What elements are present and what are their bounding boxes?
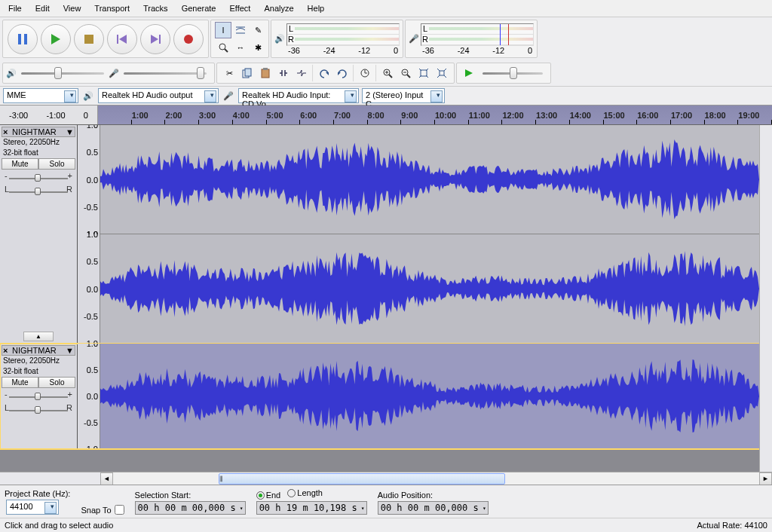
record-button[interactable] [173,24,204,54]
track-collapse-button[interactable]: ▲ [23,332,54,341]
audio-position-field[interactable]: 00 h 00 m 00,000 s [378,501,489,515]
svg-marker-16 [338,72,341,75]
track-waveform-area[interactable]: 1.00.50.0-0.5-1.01.00.50.0-0.5-1.0 [78,125,759,343]
mute-button[interactable]: Mute [2,377,38,388]
fit-project-button[interactable] [433,65,450,81]
menu-help[interactable]: Help [301,2,332,15]
timeline-tick: 14:00 [570,105,591,124]
status-rate: Actual Rate: 44100 [697,521,767,530]
silence-button[interactable] [293,65,310,81]
track-close-button[interactable]: × [3,127,12,136]
zoom-out-button[interactable] [397,65,414,81]
track-gain-slider[interactable]: -+ [5,391,72,402]
pause-button[interactable] [8,24,38,54]
output-meter-scale: -36-24-120 [286,46,400,55]
timeline-tick: 19:00 [738,105,759,124]
snap-to-checkbox[interactable] [115,505,124,515]
svg-rect-3 [84,35,93,44]
solo-button[interactable]: Solo [38,158,75,170]
status-hint: Click and drag to select audio [5,521,113,530]
menu-file[interactable]: File [2,2,29,15]
separator [353,65,354,81]
skip-end-button[interactable] [140,24,170,54]
undo-button[interactable] [316,65,332,81]
scroll-thumb[interactable]: ⦀ [219,473,505,485]
svg-rect-14 [263,68,268,70]
track-waveform-area[interactable]: 1.00.50.0-0.5-1.0 [78,344,759,448]
tools-toolbar: I ✎ ↔ ✱ [210,20,269,58]
input-channels-combo[interactable]: 2 (Stereo) Input C [362,88,445,103]
vertical-scrollbar[interactable] [759,125,772,472]
menu-generate[interactable]: Generate [175,2,223,15]
svg-rect-0 [18,34,21,44]
mute-button[interactable]: Mute [2,158,38,170]
menu-tracks[interactable]: Tracks [136,2,175,15]
timeline-tick: 17:00 [671,105,692,124]
track-name[interactable]: NIGHTMAR [12,346,66,355]
svg-line-26 [407,75,410,78]
waveform[interactable] [100,234,759,343]
timeline-tick: 5:00 [267,105,283,124]
scroll-right-button[interactable]: ► [759,472,772,485]
speaker-icon: 🔊 [6,69,17,78]
play-at-speed-button[interactable] [461,65,477,81]
project-rate-combo[interactable]: 44100 [6,500,59,515]
solo-button[interactable]: Solo [38,377,75,388]
copy-button[interactable] [239,65,256,81]
output-device-combo[interactable]: Realtek HD Audio output [98,88,219,103]
waveform[interactable] [100,125,759,234]
trim-button[interactable] [275,65,292,81]
selection-tool[interactable]: I [215,22,231,38]
tracks-area: ×NIGHTMAR▼Stereo, 22050Hz32-bit floatMut… [0,125,772,485]
scroll-left-button[interactable]: ◄ [100,472,113,485]
track-pan-slider[interactable]: LR [5,405,72,415]
draw-tool[interactable]: ✎ [250,22,266,38]
selection-start-field[interactable]: 00 h 00 m 00,000 s [135,501,246,515]
end-radio[interactable]: End [256,491,281,500]
zoom-tool[interactable] [215,39,231,56]
multi-tool[interactable]: ✱ [250,39,266,56]
timeline-ruler[interactable]: -3:00-1:000 1:002:003:004:005:006:007:00… [0,105,772,125]
length-radio[interactable]: Length [287,488,323,497]
selection-end-field[interactable]: 00 h 19 m 10,198 s [256,501,367,515]
svg-marker-2 [51,34,60,44]
waveform[interactable] [100,344,759,448]
selection-start-label: Selection Start: [135,491,246,500]
track-control-panel: ×NIGHTMAR▼Stereo, 22050Hz32-bit floatMut… [0,125,78,343]
horizontal-scrollbar[interactable]: ◄ ⦀ ► [0,472,772,485]
menu-transport[interactable]: Transport [87,2,136,15]
paste-button[interactable] [257,65,274,81]
track-name[interactable]: NIGHTMAR [12,127,66,136]
scroll-track[interactable]: ⦀ [113,472,759,485]
track-pan-slider[interactable]: LR [5,186,72,197]
track-menu-button[interactable]: ▼ [66,346,74,355]
output-meter-group: 🔊 L R -36-24-120 [271,20,403,58]
snap-to-label: Snap To [81,506,111,515]
track-gain-slider[interactable]: -+ [5,173,72,183]
menu-analyze[interactable]: Analyze [257,2,300,15]
stop-button[interactable] [74,24,104,54]
track-menu-button[interactable]: ▼ [66,127,74,136]
zoom-in-button[interactable] [379,65,396,81]
input-device-icon: 🎤 [223,91,234,101]
play-button[interactable] [41,24,71,54]
timeshift-tool[interactable]: ↔ [232,39,249,56]
toolbar-row-2: 🔊 🎤 ✂ [0,60,772,86]
menu-view[interactable]: View [57,2,88,15]
audio-host-combo[interactable]: MME [3,88,78,103]
sync-lock-button[interactable] [357,65,373,81]
cut-button[interactable]: ✂ [221,65,237,81]
menu-edit[interactable]: Edit [29,2,57,15]
playback-speed-slider[interactable] [482,72,543,75]
fit-selection-button[interactable] [415,65,432,81]
input-device-combo[interactable]: Realtek HD Audio Input: CD Vo [238,88,359,103]
track-close-button[interactable]: × [3,346,12,355]
menu-effect[interactable]: Effect [223,2,258,15]
output-volume-slider[interactable] [21,72,104,75]
envelope-tool[interactable] [232,22,249,38]
input-volume-slider[interactable] [124,72,207,75]
input-meter[interactable]: L R [421,23,534,46]
skip-start-button[interactable] [107,24,137,54]
output-meter[interactable]: L R [286,23,400,46]
redo-button[interactable] [334,65,351,81]
